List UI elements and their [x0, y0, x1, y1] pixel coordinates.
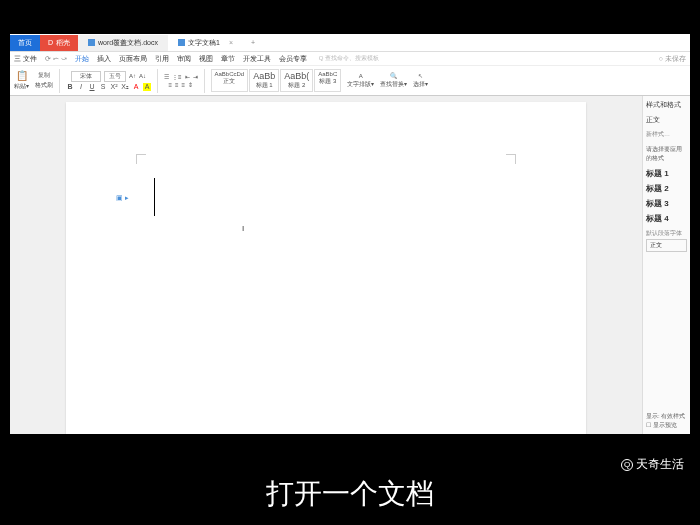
find-replace-button[interactable]: 🔍 查找替换▾: [380, 72, 407, 89]
watermark-icon: Q: [621, 459, 633, 471]
file-menu[interactable]: 三 文件: [14, 54, 37, 64]
align-right-icon[interactable]: ≡: [182, 82, 186, 88]
panel-footer: 显示: 有效样式 ☐ 显示预览: [646, 412, 687, 430]
document-page[interactable]: ▣ ▸ I: [66, 102, 586, 434]
show-select[interactable]: 显示: 有效样式: [646, 412, 687, 421]
style-h1[interactable]: AaBb标题 1: [249, 69, 279, 92]
grow-font-icon[interactable]: A↑: [129, 73, 136, 79]
menu-bar: 三 文件 ⟳ ⤺ ⤻ 开始 插入 页面布局 引用 审阅 视图 章节 开发工具 会…: [10, 52, 690, 66]
workspace: ▣ ▸ I 样式和格式 正文 新样式… 请选择要应用的格式 标题 1 标题 2 …: [10, 96, 690, 434]
current-style[interactable]: 正文: [646, 113, 687, 127]
show-preview-checkbox[interactable]: ☐ 显示预览: [646, 421, 687, 430]
separator: [204, 69, 205, 93]
shrink-font-icon[interactable]: A↓: [139, 73, 146, 79]
text-layout-icon: A: [359, 73, 363, 79]
doc-icon: [178, 39, 185, 46]
italic-button[interactable]: I: [77, 83, 85, 91]
section-icon: ▣ ▸: [116, 194, 129, 202]
style-heading-1[interactable]: 标题 1: [646, 166, 687, 181]
style-heading-4[interactable]: 标题 4: [646, 211, 687, 226]
menu-layout[interactable]: 页面布局: [119, 54, 147, 64]
tab-document-1[interactable]: word覆盖文档.docx: [78, 35, 168, 51]
styles-panel: 样式和格式 正文 新样式… 请选择要应用的格式 标题 1 标题 2 标题 3 标…: [642, 96, 690, 434]
font-color-button[interactable]: A: [132, 83, 140, 91]
sub-button[interactable]: X₂: [121, 83, 129, 91]
menu-vip[interactable]: 会员专享: [279, 54, 307, 64]
select-button[interactable]: ↖ 选择▾: [413, 72, 428, 89]
doc-icon: [88, 39, 95, 46]
close-icon[interactable]: ×: [229, 39, 233, 46]
menu-section[interactable]: 章节: [221, 54, 235, 64]
text-layout-button[interactable]: A 文字排版▾: [347, 73, 374, 89]
menu-view[interactable]: 视图: [199, 54, 213, 64]
cursor-icon: ↖: [418, 72, 423, 79]
numbering-icon[interactable]: ⋮≡: [172, 73, 182, 80]
margin-mark: [506, 154, 516, 164]
sup-button[interactable]: X²: [110, 83, 118, 91]
search-icon: 🔍: [390, 72, 397, 79]
size-select[interactable]: 五号: [104, 71, 126, 82]
apply-label: 请选择要应用的格式: [646, 145, 687, 163]
menu-dev[interactable]: 开发工具: [243, 54, 271, 64]
bullets-icon[interactable]: ☰: [164, 73, 169, 80]
page-area[interactable]: ▣ ▸ I: [10, 96, 642, 434]
save-status[interactable]: ○ 未保存: [659, 54, 686, 64]
copy-button[interactable]: 复制: [38, 71, 50, 80]
indent-left-icon[interactable]: ⇤: [185, 73, 190, 80]
panel-title: 样式和格式: [646, 100, 687, 110]
paste-button[interactable]: 粘贴▾: [14, 82, 29, 91]
style-gallery[interactable]: AaBbCcDd正文 AaBb标题 1 AaBb(标题 2 AaBbC标题 3: [211, 69, 342, 92]
style-normal[interactable]: AaBbCcDd正文: [211, 69, 249, 92]
margin-mark: [136, 154, 146, 164]
separator: [59, 69, 60, 93]
ibeam-cursor: I: [242, 224, 244, 233]
strike-button[interactable]: S: [99, 83, 107, 91]
watermark: Q 天奇生活: [621, 456, 684, 473]
d-icon: D: [48, 39, 53, 46]
tab-document-active[interactable]: 文字文稿1×: [168, 35, 243, 51]
menu-insert[interactable]: 插入: [97, 54, 111, 64]
menu-review[interactable]: 审阅: [177, 54, 191, 64]
font-group: 宋体 五号 A↑ A↓ B I U S X² X₂ A A: [66, 71, 151, 91]
video-caption: 打开一个文档: [0, 475, 700, 513]
tab-docer[interactable]: D稻壳: [40, 35, 78, 51]
paste-icon[interactable]: 📋: [16, 70, 28, 81]
tab-home[interactable]: 首页: [10, 35, 40, 51]
body-style[interactable]: 正文: [646, 239, 687, 252]
format-painter-button[interactable]: 格式刷: [35, 81, 53, 90]
menu-ref[interactable]: 引用: [155, 54, 169, 64]
new-tab-button[interactable]: +: [243, 36, 263, 49]
align-left-icon[interactable]: ≡: [168, 82, 172, 88]
text-cursor: [154, 178, 155, 216]
bold-button[interactable]: B: [66, 83, 74, 91]
para-group: ☰ ⋮≡ ⇤ ⇥ ≡ ≡ ≡ ⇕: [164, 73, 198, 88]
line-spacing-icon[interactable]: ⇕: [188, 81, 193, 88]
style-heading-3[interactable]: 标题 3: [646, 196, 687, 211]
search-input[interactable]: Q 查找命令、搜索模板: [319, 54, 379, 63]
font-select[interactable]: 宋体: [71, 71, 101, 82]
style-h3[interactable]: AaBbC标题 3: [314, 69, 341, 92]
style-h2[interactable]: AaBb(标题 2: [280, 69, 313, 92]
separator: [157, 69, 158, 93]
paste-group: 📋 粘贴▾: [14, 70, 29, 91]
highlight-button[interactable]: A: [143, 83, 151, 91]
indent-right-icon[interactable]: ⇥: [193, 73, 198, 80]
ribbon: 📋 粘贴▾ 复制 格式刷 宋体 五号 A↑ A↓ B I U S X² X₂ A: [10, 66, 690, 96]
copy-group: 复制 格式刷: [35, 71, 53, 90]
style-heading-2[interactable]: 标题 2: [646, 181, 687, 196]
tab-bar: 首页 D稻壳 word覆盖文档.docx 文字文稿1× +: [10, 34, 690, 52]
new-style-button[interactable]: 新样式…: [646, 130, 687, 139]
wps-window: 首页 D稻壳 word覆盖文档.docx 文字文稿1× + 三 文件 ⟳ ⤺ ⤻…: [10, 34, 690, 434]
menu-start[interactable]: 开始: [75, 54, 89, 64]
align-center-icon[interactable]: ≡: [175, 82, 179, 88]
menu-icons[interactable]: ⟳ ⤺ ⤻: [45, 55, 67, 63]
underline-button[interactable]: U: [88, 83, 96, 91]
default-font[interactable]: 默认段落字体: [646, 229, 687, 238]
